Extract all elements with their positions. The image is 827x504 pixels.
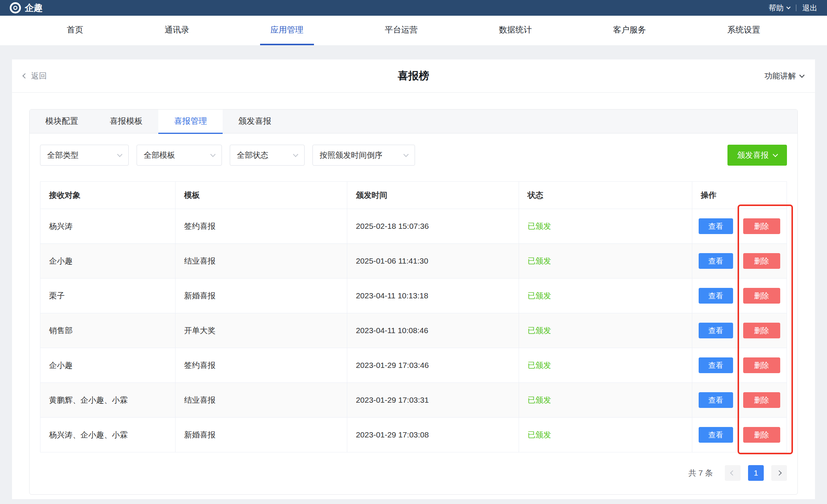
view-button[interactable]: 查看	[699, 427, 733, 443]
chevron-down-icon	[403, 151, 409, 157]
back-button[interactable]: 返回	[23, 71, 47, 81]
template-cell: 新婚喜报	[176, 418, 347, 452]
delete-button[interactable]: 删除	[743, 427, 780, 443]
delete-button[interactable]: 删除	[743, 392, 780, 408]
help-menu[interactable]: 帮助	[769, 3, 790, 13]
table-row: 企小趣 结业喜报 2025-01-06 11:41:30 已颁发 查看 删除	[40, 244, 787, 279]
chevron-down-icon	[117, 151, 122, 157]
filter-status-select[interactable]: 全部状态	[230, 145, 305, 166]
nav-item-data-statistics[interactable]: 数据统计	[488, 16, 542, 45]
issue-report-button[interactable]: 颁发喜报	[727, 145, 787, 166]
chevron-down-icon	[293, 151, 298, 157]
chevron-left-icon	[22, 73, 28, 79]
table-row: 杨兴涛 签约喜报 2025-02-18 15:07:36 已颁发 查看 删除	[40, 209, 787, 244]
template-cell: 结业喜报	[176, 383, 347, 418]
delete-button[interactable]: 删除	[743, 253, 780, 269]
table-row: 杨兴涛、企小趣、小霖 新婚喜报 2023-01-29 17:03:08 已颁发 …	[40, 418, 787, 452]
view-button[interactable]: 查看	[699, 218, 733, 234]
template-cell: 新婚喜报	[176, 279, 347, 313]
pagination: 共 7 条 1	[40, 452, 787, 494]
receiver-cell: 栗子	[40, 279, 176, 313]
topbar: 企趣 帮助 退出	[0, 0, 827, 16]
view-button[interactable]: 查看	[699, 357, 733, 373]
pagination-page-1[interactable]: 1	[748, 465, 764, 481]
tab-report-template[interactable]: 喜报模板	[94, 110, 158, 134]
filter-type-select[interactable]: 全部类型	[40, 145, 129, 166]
row-actions: 查看 删除	[699, 357, 783, 373]
topbar-right: 帮助 退出	[769, 3, 817, 13]
feature-guide-label: 功能讲解	[765, 71, 796, 81]
receiver-cell: 黄鹏辉、企小趣、小霖	[40, 383, 176, 418]
table-header-row: 接收对象 模板 颁发时间 状态 操作	[40, 182, 787, 209]
nav-item-customer-service[interactable]: 客户服务	[602, 16, 656, 45]
filter-type-value: 全部类型	[47, 150, 79, 160]
filter-template-select[interactable]: 全部模板	[137, 145, 222, 166]
template-cell: 签约喜报	[176, 348, 347, 383]
filter-sort-select[interactable]: 按照颁发时间倒序	[312, 145, 415, 166]
chevron-right-icon	[776, 470, 782, 476]
row-actions: 查看 删除	[699, 427, 783, 443]
view-button[interactable]: 查看	[699, 253, 733, 269]
row-actions: 查看 删除	[699, 288, 783, 304]
delete-button[interactable]: 删除	[743, 288, 780, 304]
issue-time-cell: 2023-01-29 17:03:46	[347, 348, 519, 383]
tab-content: 全部类型 全部模板 全部状态 按照颁发时间倒序 颁发喜报	[30, 145, 797, 494]
issue-time-cell: 2025-01-06 11:41:30	[347, 244, 519, 279]
filter-template-value: 全部模板	[144, 150, 175, 160]
receiver-cell: 企小趣	[40, 348, 176, 383]
row-actions: 查看 删除	[699, 323, 783, 338]
status-badge: 已颁发	[519, 348, 692, 383]
pagination-prev-button[interactable]	[725, 465, 741, 481]
template-cell: 开单大奖	[176, 313, 347, 348]
chevron-down-icon	[210, 151, 216, 157]
delete-button[interactable]: 删除	[743, 323, 780, 338]
issue-report-button-label: 颁发喜报	[737, 150, 769, 160]
delete-button[interactable]: 删除	[743, 357, 780, 373]
nav-item-contacts[interactable]: 通讯录	[154, 16, 200, 45]
view-button[interactable]: 查看	[699, 288, 733, 304]
tab-module-config[interactable]: 模块配置	[30, 110, 94, 134]
feature-guide-dropdown[interactable]: 功能讲解	[765, 71, 804, 81]
table-row: 销售部 开单大奖 2023-04-11 10:08:46 已颁发 查看 删除	[40, 313, 787, 348]
row-actions: 查看 删除	[699, 253, 783, 269]
filter-status-value: 全部状态	[237, 150, 268, 160]
brand-logo-icon	[10, 2, 21, 13]
chevron-down-icon	[773, 151, 778, 157]
logout-button[interactable]: 退出	[802, 3, 817, 13]
row-actions: 查看 删除	[699, 392, 783, 408]
column-header-issue-time: 颁发时间	[347, 182, 519, 209]
receiver-cell: 企小趣	[40, 244, 176, 279]
table-row: 企小趣 签约喜报 2023-01-29 17:03:46 已颁发 查看 删除	[40, 348, 787, 383]
column-header-status: 状态	[519, 182, 692, 209]
view-button[interactable]: 查看	[699, 323, 733, 338]
issue-time-cell: 2025-02-18 15:07:36	[347, 209, 519, 244]
filter-sort-value: 按照颁发时间倒序	[320, 150, 382, 160]
receiver-cell: 杨兴涛、企小趣、小霖	[40, 418, 176, 452]
page-title: 喜报榜	[398, 69, 429, 83]
chevron-left-icon	[730, 470, 735, 476]
brand-name: 企趣	[25, 2, 43, 14]
nav-item-system-settings[interactable]: 系统设置	[717, 16, 770, 45]
column-header-receiver: 接收对象	[40, 182, 176, 209]
tab-issue-report[interactable]: 颁发喜报	[223, 110, 287, 134]
back-label: 返回	[31, 71, 47, 81]
topbar-divider	[796, 4, 796, 11]
issue-time-cell: 2023-01-29 17:03:08	[347, 418, 519, 452]
table-row: 栗子 新婚喜报 2023-04-11 10:13:18 已颁发 查看 删除	[40, 279, 787, 313]
report-table-wrapper: 接收对象 模板 颁发时间 状态 操作 杨兴涛 签约喜报 2025-02-18 1…	[40, 181, 787, 452]
nav-item-home[interactable]: 首页	[57, 16, 94, 45]
nav-item-platform-operation[interactable]: 平台运营	[374, 16, 428, 45]
pagination-next-button[interactable]	[771, 465, 787, 481]
chevron-down-icon	[799, 72, 805, 77]
page-header: 返回 喜报榜 功能讲解	[12, 59, 815, 93]
report-card: 模块配置 喜报模板 喜报管理 颁发喜报 全部类型 全部模板 全部状态	[29, 109, 798, 495]
delete-button[interactable]: 删除	[743, 218, 780, 234]
tab-report-manage[interactable]: 喜报管理	[158, 110, 223, 134]
report-table: 接收对象 模板 颁发时间 状态 操作 杨兴涛 签约喜报 2025-02-18 1…	[40, 181, 787, 452]
content-container: 返回 喜报榜 功能讲解 模块配置 喜报模板 喜报管理 颁发喜报 全部类型 全部模…	[12, 59, 815, 499]
nav-item-app-management[interactable]: 应用管理	[260, 16, 314, 45]
status-badge: 已颁发	[519, 209, 692, 244]
view-button[interactable]: 查看	[699, 392, 733, 408]
pagination-total: 共 7 条	[689, 468, 713, 478]
status-badge: 已颁发	[519, 313, 692, 348]
